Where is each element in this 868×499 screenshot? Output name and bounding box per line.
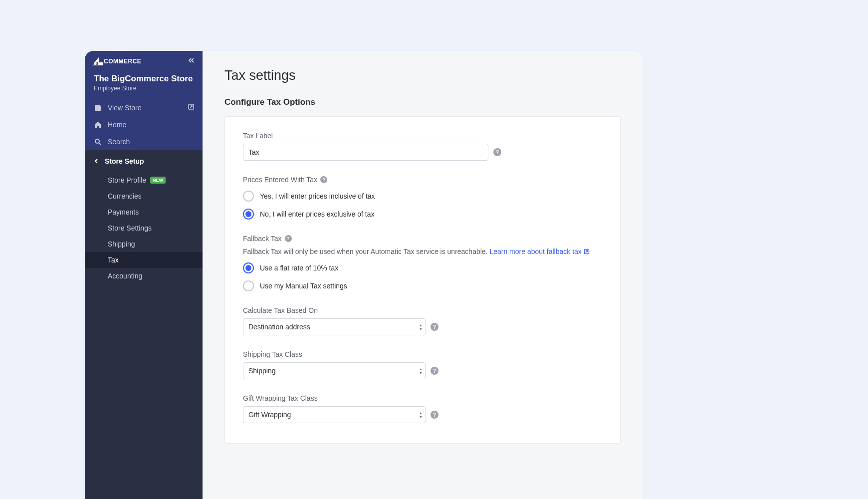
- nav-search-label: Search: [108, 138, 130, 146]
- calc-based-select[interactable]: Destination address: [243, 318, 426, 335]
- settings-card: Tax Label ? Prices Entered With Tax ?: [224, 116, 621, 444]
- home-icon: [94, 121, 102, 128]
- main-inner: Tax settings Configure Tax Options Tax L…: [203, 51, 643, 464]
- section-store-setup[interactable]: Store Setup: [85, 150, 203, 172]
- search-icon: [94, 138, 102, 145]
- radio-icon: [243, 209, 254, 220]
- section-subitems: Store Profile NEW Currencies Payments St…: [85, 172, 203, 284]
- nav-search[interactable]: Search: [85, 133, 203, 150]
- help-icon[interactable]: ?: [431, 323, 438, 331]
- primary-nav: View Store Home Search: [85, 99, 203, 150]
- gift-class-select-wrap: Gift Wrapping ▲▼: [243, 406, 426, 423]
- external-link-icon: [188, 103, 195, 112]
- new-badge: NEW: [150, 177, 166, 184]
- svg-rect-1: [95, 107, 101, 111]
- field-shipping-tax-class: Shipping Tax Class Shipping ▲▼ ?: [243, 350, 602, 379]
- sidebar-item-label: Currencies: [108, 192, 142, 200]
- radio-icon: [243, 191, 254, 202]
- nav-home[interactable]: Home: [85, 116, 203, 133]
- nav-home-label: Home: [108, 121, 126, 129]
- store-subtitle: Employee Store: [94, 85, 195, 92]
- sidebar-item-label: Accounting: [108, 272, 142, 280]
- radio-icon: [243, 280, 254, 291]
- prices-entered-label: Prices Entered With Tax ?: [243, 176, 602, 184]
- radio-label: Use a flat rate of 10% tax: [260, 264, 338, 272]
- main-content: Tax settings Configure Tax Options Tax L…: [203, 51, 643, 499]
- fallback-tax-label: Fallback Tax ?: [243, 235, 602, 243]
- radio-label: No, I will enter prices exclusive of tax: [260, 210, 375, 218]
- shipping-class-select-wrap: Shipping ▲▼: [243, 362, 426, 379]
- brand-logo: BIG COMMERCE: [92, 57, 141, 65]
- help-icon[interactable]: ?: [431, 367, 438, 375]
- gift-class-label: Gift Wrapping Tax Class: [243, 394, 602, 402]
- section-heading: Configure Tax Options: [224, 97, 621, 107]
- radio-fallback-flat[interactable]: Use a flat rate of 10% tax: [243, 262, 602, 273]
- sidebar-item-label: Store Profile: [108, 176, 146, 184]
- radio-icon: [243, 262, 254, 273]
- sidebar-item-shipping[interactable]: Shipping: [85, 236, 203, 252]
- shipping-class-select[interactable]: Shipping: [243, 362, 426, 379]
- field-gift-wrapping-tax-class: Gift Wrapping Tax Class Gift Wrapping ▲▼…: [243, 394, 602, 423]
- sidebar-item-label: Payments: [108, 208, 139, 216]
- radio-fallback-manual[interactable]: Use my Manual Tax settings: [243, 280, 602, 291]
- svg-point-3: [95, 139, 99, 143]
- calc-based-select-wrap: Destination address ▲▼: [243, 318, 426, 335]
- sidebar-header: BIG COMMERCE The BigCommerce Store Emplo…: [85, 51, 203, 150]
- gift-class-select[interactable]: Gift Wrapping: [243, 406, 426, 423]
- sidebar-item-payments[interactable]: Payments: [85, 204, 203, 220]
- logo-row: BIG COMMERCE: [85, 51, 203, 71]
- radio-label: Yes, I will enter prices inclusive of ta…: [260, 192, 375, 200]
- shipping-class-row: Shipping ▲▼ ?: [243, 362, 602, 379]
- nav-view-store[interactable]: View Store: [85, 99, 203, 116]
- stepper-icon[interactable]: ▲▼: [419, 411, 423, 419]
- sidebar-item-currencies[interactable]: Currencies: [85, 188, 203, 204]
- radio-prices-inclusive[interactable]: Yes, I will enter prices inclusive of ta…: [243, 191, 602, 202]
- svg-text:BIG: BIG: [92, 62, 99, 65]
- brand-text: COMMERCE: [104, 58, 141, 65]
- radio-prices-exclusive[interactable]: No, I will enter prices exclusive of tax: [243, 209, 602, 220]
- field-calc-based-on: Calculate Tax Based On Destination addre…: [243, 306, 602, 335]
- sidebar-item-label: Shipping: [108, 240, 135, 248]
- sidebar: BIG COMMERCE The BigCommerce Store Emplo…: [85, 51, 203, 499]
- page-title: Tax settings: [224, 68, 621, 83]
- section-store-setup-label: Store Setup: [105, 157, 144, 165]
- field-tax-label: Tax Label ?: [243, 132, 602, 161]
- tax-label-input[interactable]: [243, 144, 488, 161]
- sidebar-item-label: Tax: [108, 256, 119, 264]
- tax-label-row: ?: [243, 144, 602, 161]
- help-icon[interactable]: ?: [320, 176, 327, 183]
- svg-line-4: [99, 143, 101, 145]
- stepper-icon[interactable]: ▲▼: [419, 367, 423, 375]
- field-fallback-tax: Fallback Tax ? Fallback Tax will only be…: [243, 235, 602, 291]
- stepper-icon[interactable]: ▲▼: [419, 323, 423, 331]
- prices-entered-radio-group: Yes, I will enter prices inclusive of ta…: [243, 191, 602, 220]
- fallback-radio-group: Use a flat rate of 10% tax Use my Manual…: [243, 262, 602, 291]
- sidebar-item-tax[interactable]: Tax: [85, 252, 203, 268]
- shipping-class-label: Shipping Tax Class: [243, 350, 602, 358]
- sidebar-item-store-settings[interactable]: Store Settings: [85, 220, 203, 236]
- bigcommerce-logo-icon: BIG: [92, 57, 103, 65]
- sidebar-item-store-profile[interactable]: Store Profile NEW: [85, 172, 203, 188]
- fallback-hint: Fallback Tax will only be used when your…: [243, 248, 602, 255]
- app-window: BIG COMMERCE The BigCommerce Store Emplo…: [85, 51, 643, 499]
- sidebar-item-label: Store Settings: [108, 224, 152, 232]
- store-icon: [94, 104, 102, 111]
- store-block: The BigCommerce Store Employee Store: [85, 71, 203, 99]
- store-name: The BigCommerce Store: [94, 73, 195, 84]
- sidebar-item-accounting[interactable]: Accounting: [85, 268, 203, 284]
- nav-view-store-label: View Store: [108, 104, 141, 112]
- chevron-left-icon: [94, 159, 99, 164]
- calc-based-label: Calculate Tax Based On: [243, 306, 602, 314]
- help-icon[interactable]: ?: [285, 235, 292, 242]
- tax-label-label: Tax Label: [243, 132, 602, 140]
- field-prices-entered: Prices Entered With Tax ? Yes, I will en…: [243, 176, 602, 220]
- help-icon[interactable]: ?: [431, 411, 438, 419]
- external-link-icon: [584, 249, 590, 254]
- collapse-sidebar-icon[interactable]: [188, 57, 195, 65]
- calc-based-row: Destination address ▲▼ ?: [243, 318, 602, 335]
- gift-class-row: Gift Wrapping ▲▼ ?: [243, 406, 602, 423]
- fallback-learn-more-link[interactable]: Learn more about fallback tax: [489, 248, 589, 255]
- help-icon[interactable]: ?: [493, 148, 501, 156]
- radio-label: Use my Manual Tax settings: [260, 282, 347, 290]
